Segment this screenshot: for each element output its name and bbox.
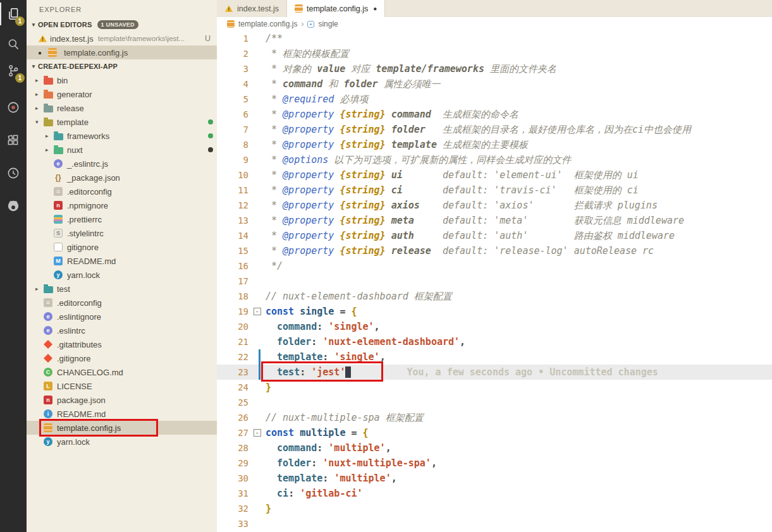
gutter[interactable]: 22: [217, 349, 266, 365]
code-line-content[interactable]: }: [266, 501, 772, 516]
code-line-content[interactable]: folder: 'nuxt-element-dashboard',: [266, 334, 772, 349]
code-line-content[interactable]: test: 'jest'You, a few seconds ago • Unc…: [266, 365, 772, 380]
gutter[interactable]: 27-: [217, 425, 266, 440]
tree-item-gitignore[interactable]: gitignore: [27, 240, 217, 254]
tree-item--eslintignore[interactable]: .eslintignore: [27, 310, 217, 323]
gutter[interactable]: 21: [217, 334, 266, 349]
chevron-right-icon[interactable]: ▸: [35, 286, 44, 292]
breadcrumb-file[interactable]: template.config.js: [238, 20, 297, 28]
code-editor[interactable]: 1/**2 * 框架的模板配置3 * 对象的 value 对应 template…: [217, 31, 772, 532]
tree-item-readme-md[interactable]: README.md: [27, 407, 217, 421]
gutter[interactable]: 29: [217, 456, 266, 471]
chevron-right-icon[interactable]: ▸: [35, 77, 44, 83]
gutter[interactable]: 6: [217, 107, 266, 122]
fold-collapse-icon[interactable]: -: [254, 308, 261, 315]
tree-item--editorconfig[interactable]: .editorconfig: [27, 184, 217, 198]
gutter[interactable]: 16: [217, 258, 266, 274]
gutter[interactable]: 4: [217, 76, 266, 92]
chevron-right-icon[interactable]: ▸: [46, 147, 54, 153]
code-line-content[interactable]: template: 'multiple',: [266, 471, 772, 486]
search-icon[interactable]: [0, 33, 27, 56]
code-line-content[interactable]: * @options 以下为可选项，可扩展新的属性，同样会生成对应的文件: [266, 152, 772, 167]
code-line-content[interactable]: [266, 274, 772, 289]
code-line-content[interactable]: * @property {string} ci default: 'travis…: [266, 183, 772, 198]
tree-item-yarn-lock[interactable]: yarn.lock: [27, 435, 217, 449]
code-line-content[interactable]: * @property {string} auth default: 'auth…: [266, 228, 772, 243]
sync-circle-icon[interactable]: [0, 162, 27, 184]
gutter[interactable]: 3: [217, 61, 266, 76]
tree-item--prettierrc[interactable]: .prettierrc: [27, 212, 217, 226]
code-line-content[interactable]: command: 'single',: [266, 319, 772, 334]
code-line-content[interactable]: [266, 395, 772, 410]
chevron-right-icon[interactable]: ▸: [35, 91, 44, 97]
code-line-content[interactable]: [266, 516, 772, 531]
extension-circle-icon[interactable]: [0, 96, 27, 119]
chevron-down-icon[interactable]: ▾: [35, 119, 44, 125]
tree-item-test[interactable]: ▸test: [27, 282, 217, 296]
tree-item--eslintrc[interactable]: .eslintrc: [27, 323, 217, 337]
tree-item--package-json[interactable]: _package.json: [27, 171, 217, 184]
code-line-content[interactable]: * 框架的模板配置: [266, 46, 772, 61]
gutter[interactable]: 7: [217, 122, 266, 137]
gutter[interactable]: 2: [217, 46, 266, 61]
gutter[interactable]: 14: [217, 228, 266, 243]
tree-item-bin[interactable]: ▸bin: [27, 73, 217, 87]
gutter[interactable]: 32: [217, 501, 266, 516]
code-line-content[interactable]: * @property {string} axios default: 'axi…: [266, 198, 772, 213]
tree-item--gitattributes[interactable]: .gitattributes: [27, 337, 217, 351]
gutter[interactable]: 12: [217, 198, 266, 213]
tab-template-config-js[interactable]: template.config.js ●: [287, 0, 385, 17]
gutter[interactable]: 20: [217, 319, 266, 334]
tree-item--editorconfig[interactable]: .editorconfig: [27, 296, 217, 310]
code-line-content[interactable]: command: 'multiple',: [266, 440, 772, 456]
code-line-content[interactable]: * @property {string} meta default: 'meta…: [266, 213, 772, 228]
gutter[interactable]: 18: [217, 289, 266, 304]
gutter[interactable]: 1: [217, 31, 266, 46]
gutter[interactable]: 24: [217, 380, 266, 395]
tree-item-changelog-md[interactable]: CHANGELOG.md: [27, 365, 217, 379]
tree-item-package-json[interactable]: package.json: [27, 393, 217, 407]
code-line-content[interactable]: /**: [266, 31, 772, 46]
fold-collapse-icon[interactable]: -: [254, 429, 261, 437]
gutter[interactable]: 25: [217, 395, 266, 410]
tree-item-yarn-lock[interactable]: yarn.lock: [27, 268, 217, 282]
code-line-content[interactable]: * @property {string} release default: 'r…: [266, 243, 772, 258]
source-control-icon[interactable]: 1: [0, 59, 27, 82]
tree-item-readme-md[interactable]: README.md: [27, 254, 217, 268]
code-line-content[interactable]: }: [266, 380, 772, 395]
tree-item-frameworks[interactable]: ▸frameworks: [27, 129, 217, 143]
code-line-content[interactable]: ci: 'gitlab-ci': [266, 486, 772, 501]
code-line-content[interactable]: const single = {: [266, 304, 772, 319]
open-editor-item-index-test-js[interactable]: index.test.js template\frameworks\jest..…: [27, 32, 217, 45]
gutter[interactable]: 30: [217, 471, 266, 486]
explorer-activity-icon[interactable]: 1: [0, 3, 27, 25]
gutter[interactable]: 8: [217, 137, 266, 152]
tree-item-release[interactable]: ▸release: [27, 101, 217, 115]
gutter[interactable]: 31: [217, 486, 266, 501]
code-line-content[interactable]: * @property {string} folder 生成框架的目录名，最好使…: [266, 122, 772, 137]
code-line-content[interactable]: * command 和 folder 属性必须唯一: [266, 76, 772, 92]
gutter[interactable]: 15: [217, 243, 266, 258]
gutter[interactable]: 26: [217, 410, 266, 425]
breadcrumb-symbol[interactable]: single: [318, 20, 338, 28]
gutter[interactable]: 17: [217, 274, 266, 289]
extensions-icon[interactable]: [0, 129, 27, 152]
tree-item-template-config-js[interactable]: template.config.js: [27, 421, 217, 435]
code-line-content[interactable]: * @property {string} ui default: 'elemen…: [266, 167, 772, 183]
gutter[interactable]: 9: [217, 152, 266, 167]
tree-item-nuxt[interactable]: ▸nuxt: [27, 143, 217, 157]
project-section-header[interactable]: ▾ CREATE-DEEPEXI-APP: [27, 59, 217, 73]
gutter[interactable]: 19-: [217, 304, 266, 319]
tree-item--stylelintrc[interactable]: .stylelintrc: [27, 226, 217, 240]
tree-item--npmignore[interactable]: .npmignore: [27, 198, 217, 212]
code-line-content[interactable]: */: [266, 258, 772, 274]
tree-item--eslintrc-js[interactable]: _.eslintrc.js: [27, 157, 217, 171]
open-editors-header[interactable]: ▾ OPEN EDITORS 1 UNSAVED: [27, 18, 217, 32]
code-line-content[interactable]: * @required 必填项: [266, 92, 772, 107]
gutter[interactable]: 5: [217, 92, 266, 107]
code-line-content[interactable]: const multiple = {: [266, 425, 772, 440]
code-line-content[interactable]: * @property {string} command 生成框架的命令名: [266, 107, 772, 122]
gutter[interactable]: 28: [217, 440, 266, 456]
gutter[interactable]: 10: [217, 167, 266, 183]
tree-item-template[interactable]: ▾template: [27, 115, 217, 129]
